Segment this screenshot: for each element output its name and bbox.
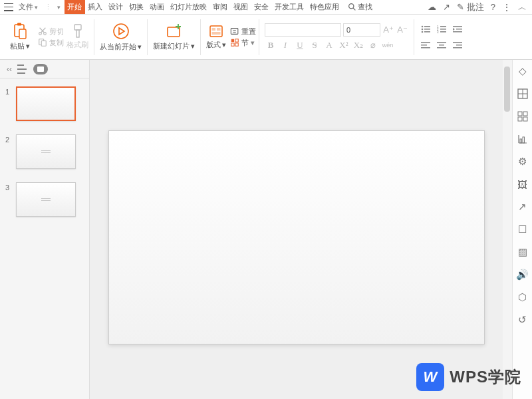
- tab-design[interactable]: 设计: [106, 0, 126, 14]
- font-color-button[interactable]: A: [323, 39, 335, 51]
- tab-insert[interactable]: 插入: [85, 0, 106, 14]
- italic-button[interactable]: I: [279, 39, 291, 51]
- superscript-button[interactable]: X²: [338, 39, 350, 51]
- align-right-button[interactable]: [452, 39, 464, 51]
- svg-rect-49: [518, 112, 522, 116]
- clipboard-mini: 剪切 复制: [37, 27, 64, 48]
- tab-developer[interactable]: 开发工具: [272, 0, 307, 14]
- svg-rect-34: [453, 26, 462, 27]
- start-from-current-button[interactable]: 从当前开始▾: [97, 15, 144, 59]
- ribbon-toolbar: 粘贴▾ 剪切 复制 格式刷 从当前开始▾ 新建幻灯片▾ 版式▾ 重置 节▾ 0 …: [0, 15, 532, 60]
- slide-thumb-3[interactable]: 3: [5, 182, 84, 217]
- decrease-font-icon[interactable]: A⁻: [396, 24, 408, 36]
- layout-button[interactable]: 版式▾: [203, 15, 229, 59]
- slide-canvas[interactable]: [90, 60, 512, 399]
- font-size-combo[interactable]: 0: [343, 23, 380, 37]
- outline-view-icon[interactable]: [17, 65, 28, 74]
- help-icon[interactable]: ?: [491, 2, 495, 12]
- svg-rect-8: [41, 41, 46, 46]
- font-name-combo[interactable]: [265, 23, 341, 37]
- tab-animation[interactable]: 动画: [147, 0, 168, 14]
- cut-button[interactable]: 剪切: [38, 27, 64, 37]
- svg-point-24: [421, 28, 423, 30]
- tab-slideshow[interactable]: 幻灯片放映: [168, 0, 210, 14]
- pinyin-button[interactable]: wén: [382, 39, 394, 51]
- svg-rect-18: [231, 39, 234, 42]
- overflow-chevron-icon[interactable]: ▾: [57, 4, 61, 11]
- section-button[interactable]: 节▾: [230, 38, 256, 48]
- app-menu-icon[interactable]: [4, 3, 13, 11]
- paste-icon[interactable]: [13, 23, 27, 40]
- svg-rect-9: [74, 25, 81, 30]
- ribbon-tabs: 开始 插入 设计 切换 动画 幻灯片放映 审阅 视图 安全 开发工具 特色应用: [65, 0, 342, 14]
- history-panel-icon[interactable]: ↺: [517, 314, 529, 326]
- bullet-list-button[interactable]: [420, 23, 432, 35]
- svg-rect-16: [212, 32, 221, 35]
- tab-special-apps[interactable]: 特色应用: [307, 0, 342, 14]
- tab-start[interactable]: 开始: [65, 0, 85, 14]
- search-button[interactable]: 查找: [348, 2, 372, 12]
- cloud-icon[interactable]: ☁: [428, 2, 436, 12]
- slide-thumb-2[interactable]: 2: [5, 134, 84, 169]
- chevron-down-icon: ▾: [26, 42, 30, 51]
- table-panel-icon[interactable]: [517, 88, 529, 100]
- indent-increase-button[interactable]: [452, 23, 464, 35]
- paste-label[interactable]: 粘贴▾: [10, 41, 30, 51]
- slide-thumb-1[interactable]: 1: [5, 86, 84, 121]
- strikethrough-button[interactable]: S: [309, 39, 321, 51]
- collapse-ribbon-icon[interactable]: ︿: [518, 1, 527, 13]
- wps-logo-icon: W: [416, 363, 444, 391]
- paste-group: 粘贴▾: [3, 15, 37, 59]
- reset-button[interactable]: 重置: [230, 27, 256, 37]
- subscript-button[interactable]: X₂: [352, 39, 364, 51]
- svg-point-11: [114, 24, 128, 39]
- align-left-button[interactable]: [420, 39, 432, 51]
- bold-button[interactable]: B: [265, 39, 277, 51]
- sidebar-collapse-icon[interactable]: ‹‹: [7, 65, 12, 74]
- file-menu[interactable]: 文件 ▾: [16, 2, 41, 12]
- format-painter-button[interactable]: 格式刷: [64, 15, 91, 59]
- security-panel-icon[interactable]: ⬡: [517, 291, 529, 303]
- thumbnail-view-icon[interactable]: [33, 64, 48, 74]
- audio-panel-icon[interactable]: 🔊: [517, 269, 529, 281]
- tab-review[interactable]: 审阅: [210, 0, 231, 14]
- current-slide[interactable]: [108, 130, 485, 344]
- align-center-button[interactable]: [436, 39, 448, 51]
- slide-preview: [16, 86, 76, 121]
- clear-format-button[interactable]: ⌀: [367, 39, 379, 51]
- svg-rect-39: [421, 47, 430, 49]
- svg-rect-23: [424, 26, 430, 27]
- image-panel-icon[interactable]: 🖼: [517, 178, 529, 190]
- svg-rect-10: [76, 30, 79, 37]
- collapse-panel-icon[interactable]: ◇: [517, 65, 529, 77]
- separator: [94, 19, 94, 55]
- more-icon[interactable]: ⋮: [502, 5, 511, 10]
- chart-panel-icon[interactable]: [517, 133, 529, 145]
- tab-transition[interactable]: 切换: [126, 0, 147, 14]
- svg-rect-36: [453, 31, 462, 33]
- section-icon: [230, 38, 239, 47]
- new-slide-button[interactable]: 新建幻灯片▾: [150, 15, 198, 59]
- adjust-panel-icon[interactable]: ⚙: [517, 156, 529, 168]
- reset-icon: [230, 27, 239, 36]
- copy-button[interactable]: 复制: [38, 38, 64, 48]
- archive-panel-icon[interactable]: ☐: [517, 223, 529, 235]
- copy-icon: [38, 38, 47, 47]
- number-list-button[interactable]: 123: [436, 23, 448, 35]
- grid-panel-icon[interactable]: [517, 110, 529, 122]
- svg-rect-14: [212, 28, 216, 31]
- increase-font-icon[interactable]: A⁺: [382, 24, 394, 36]
- annotate-button[interactable]: ✎ 批注: [457, 1, 484, 13]
- svg-rect-42: [437, 47, 446, 49]
- underline-button[interactable]: U: [294, 39, 306, 51]
- tab-view[interactable]: 视图: [231, 0, 251, 14]
- export-panel-icon[interactable]: ↗: [517, 201, 529, 213]
- vertical-scrollbar[interactable]: [503, 60, 512, 399]
- picture-panel-icon[interactable]: ▨: [517, 246, 529, 258]
- svg-rect-28: [440, 26, 446, 27]
- svg-rect-15: [217, 28, 221, 31]
- share-icon[interactable]: ↗: [443, 2, 450, 12]
- scrollbar-thumb[interactable]: [504, 66, 510, 112]
- svg-point-0: [349, 4, 354, 9]
- tab-security[interactable]: 安全: [251, 0, 272, 14]
